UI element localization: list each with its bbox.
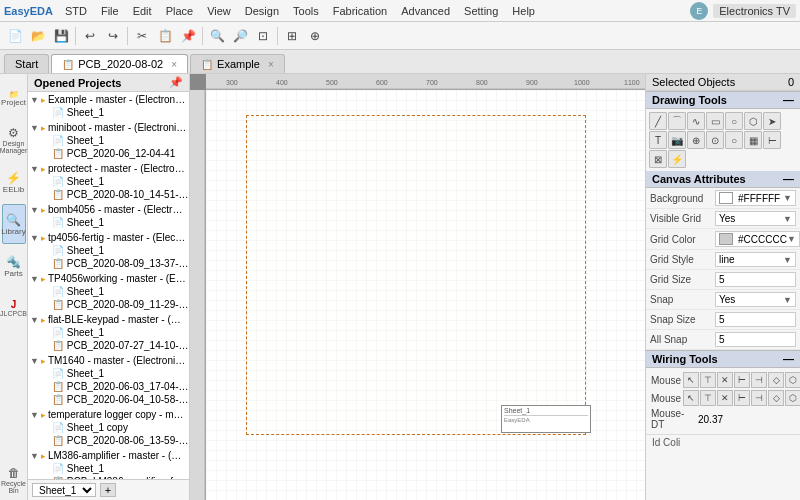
project-tp4056fertig-header[interactable]: ▼ ▸ tp4056-fertig - master - (Electroni.…: [28, 231, 189, 244]
dt-rect-btn[interactable]: ▭: [706, 112, 724, 130]
sheet-select[interactable]: Sheet_1: [32, 483, 96, 497]
wt-btn-x[interactable]: ✕: [717, 372, 733, 388]
dt-extra-btn[interactable]: ⚡: [668, 150, 686, 168]
dt-polygon-btn[interactable]: ⬡: [744, 112, 762, 130]
wt-btn2-trace[interactable]: ⊢: [734, 390, 750, 406]
menu-item-file[interactable]: File: [95, 3, 125, 19]
wt-btn-cursor[interactable]: ↖: [683, 372, 699, 388]
dt-image-btn[interactable]: 📷: [668, 131, 686, 149]
dt-line-btn[interactable]: ╱: [649, 112, 667, 130]
tree-item-lm386-sheet1[interactable]: 📄 Sheet_1: [36, 462, 189, 475]
project-example-header[interactable]: ▼ ▸ Example - master - (Electronics TV): [28, 93, 189, 106]
project-panel-pin-icon[interactable]: 📌: [169, 76, 183, 89]
tab-start[interactable]: Start: [4, 54, 49, 73]
sidebar-item-parts[interactable]: 🔩 Parts: [2, 246, 26, 286]
grid-btn[interactable]: ⊞: [281, 25, 303, 47]
tree-item-templogger-pcb[interactable]: 📋 PCB_2020-08-06_13-59-52: [36, 434, 189, 447]
dt-via-btn[interactable]: ⊙: [706, 131, 724, 149]
sidebar-item-library[interactable]: 🔍 Library: [2, 204, 26, 244]
attr-background-value[interactable]: #FFFFFF ▼: [715, 190, 796, 206]
fit-btn[interactable]: ⊡: [252, 25, 274, 47]
wt-btn2-x[interactable]: ✕: [717, 390, 733, 406]
menu-item-edit[interactable]: Edit: [127, 3, 158, 19]
save-btn[interactable]: 💾: [50, 25, 72, 47]
cut-btn[interactable]: ✂: [131, 25, 153, 47]
menu-item-setting[interactable]: Setting: [458, 3, 504, 19]
tree-item-protectect-pcb[interactable]: 📋 PCB_2020-08-10_14-51-44: [36, 188, 189, 201]
attr-visible-grid-value[interactable]: Yes ▼: [715, 211, 796, 226]
menu-item-help[interactable]: Help: [506, 3, 541, 19]
dt-circle-btn[interactable]: ○: [725, 112, 743, 130]
canvas-white[interactable]: Sheet_1 EasyEDA: [206, 90, 645, 500]
tree-item-flatble-sheet1[interactable]: 📄 Sheet_1: [36, 326, 189, 339]
tab-example[interactable]: 📋 Example ×: [190, 54, 285, 73]
menu-item-design[interactable]: Design: [239, 3, 285, 19]
menu-item-fabrication[interactable]: Fabrication: [327, 3, 393, 19]
paste-btn[interactable]: 📌: [177, 25, 199, 47]
tree-item-miniboot-sheet1[interactable]: 📄 Sheet_1: [36, 134, 189, 147]
tree-item-protectect-sheet1[interactable]: 📄 Sheet_1: [36, 175, 189, 188]
wt-btn2-cursor[interactable]: ↖: [683, 390, 699, 406]
attr-snap-value[interactable]: Yes ▼: [715, 292, 796, 307]
attr-grid-size-value[interactable]: 5: [715, 272, 796, 287]
menu-item-advanced[interactable]: Advanced: [395, 3, 456, 19]
zoom-in-btn[interactable]: 🔍: [206, 25, 228, 47]
tree-item-tp4056working-sheet1[interactable]: 📄 Sheet_1: [36, 285, 189, 298]
tree-item-tp4056fertig-sheet1[interactable]: 📄 Sheet_1: [36, 244, 189, 257]
wt-btn-diamond[interactable]: ◇: [768, 372, 784, 388]
dt-arrow-btn[interactable]: ➤: [763, 112, 781, 130]
tree-item-example-sheet1[interactable]: 📄 Sheet_1: [36, 106, 189, 119]
dt-measure-btn[interactable]: ⊢: [763, 131, 781, 149]
project-flatble-header[interactable]: ▼ ▸ flat-BLE-keypad - master - (Electron…: [28, 313, 189, 326]
dt-text-btn[interactable]: T: [649, 131, 667, 149]
project-lm386-header[interactable]: ▼ ▸ LM386-amplifier - master - (Electron…: [28, 449, 189, 462]
tree-item-tm1640-pcb2[interactable]: 📋 PCB_2020-06-04_10-58-24: [36, 393, 189, 406]
tab-pcb-close[interactable]: ×: [171, 59, 177, 70]
sidebar-item-project[interactable]: 📁 Project: [2, 78, 26, 118]
tree-item-tm1640-sheet1[interactable]: 📄 Sheet_1: [36, 367, 189, 380]
menu-item-std[interactable]: STD: [59, 3, 93, 19]
dt-drc-btn[interactable]: ⊠: [649, 150, 667, 168]
dt-arc-btn[interactable]: ⌒: [668, 112, 686, 130]
tree-item-flatble-pcb[interactable]: 📋 PCB_2020-07-27_14-10-59: [36, 339, 189, 352]
project-tp4056working-header[interactable]: ▼ ▸ TP4056working - master - (Electron..…: [28, 272, 189, 285]
redo-btn[interactable]: ↪: [102, 25, 124, 47]
wt-btn2-trace2[interactable]: ⊣: [751, 390, 767, 406]
project-miniboot-header[interactable]: ▼ ▸ miniboot - master - (Electronics TV): [28, 121, 189, 134]
project-protectect-header[interactable]: ▼ ▸ protectect - master - (Electronic...: [28, 162, 189, 175]
tree-item-miniboot-pcb[interactable]: 📋 PCB_2020-06_12-04-41: [36, 147, 189, 160]
wt-btn-t[interactable]: ⊤: [700, 372, 716, 388]
canvas-area[interactable]: 300 400 500 600 700 800 900 1000 1100 12…: [190, 74, 645, 500]
project-templogger-header[interactable]: ▼ ▸ temperature logger copy - master - (…: [28, 408, 189, 421]
dt-copper-btn[interactable]: ▦: [744, 131, 762, 149]
sidebar-item-recycle-bin[interactable]: 🗑 RecycleBin: [2, 460, 26, 500]
wt-btn-trace2[interactable]: ⊣: [751, 372, 767, 388]
menu-item-tools[interactable]: Tools: [287, 3, 325, 19]
open-btn[interactable]: 📂: [27, 25, 49, 47]
zoom-out-btn[interactable]: 🔎: [229, 25, 251, 47]
undo-btn[interactable]: ↩: [79, 25, 101, 47]
tree-item-templogger-sheet1copy[interactable]: 📄 Sheet_1 copy: [36, 421, 189, 434]
menu-item-view[interactable]: View: [201, 3, 237, 19]
tab-example-close[interactable]: ×: [268, 59, 274, 70]
dt-bezier-btn[interactable]: ∿: [687, 112, 705, 130]
tree-item-tp4056fertig-pcb[interactable]: 📋 PCB_2020-08-09_13-37-26: [36, 257, 189, 270]
drawing-tools-collapse-icon[interactable]: —: [783, 94, 794, 106]
sidebar-item-design-manager[interactable]: ⚙ DesignManager: [2, 120, 26, 160]
tab-pcb[interactable]: 📋 PCB_2020-08-02 ×: [51, 54, 188, 73]
attr-all-snap-value[interactable]: 5: [715, 332, 796, 347]
sidebar-item-eelib[interactable]: ⚡ EELib: [2, 162, 26, 202]
add-sheet-btn[interactable]: +: [100, 483, 116, 497]
new-btn[interactable]: 📄: [4, 25, 26, 47]
tree-item-bomb4056-sheet1[interactable]: 📄 Sheet_1: [36, 216, 189, 229]
dt-pad-btn[interactable]: ⊕: [687, 131, 705, 149]
attr-snap-size-value[interactable]: 5: [715, 312, 796, 327]
dt-hole-btn[interactable]: ○: [725, 131, 743, 149]
wt-btn2-diamond[interactable]: ◇: [768, 390, 784, 406]
snap-btn[interactable]: ⊕: [304, 25, 326, 47]
canvas-attr-collapse-icon[interactable]: —: [783, 173, 794, 185]
project-bomb4056-header[interactable]: ▼ ▸ bomb4056 - master - (Electronics...: [28, 203, 189, 216]
wt-btn2-t[interactable]: ⊤: [700, 390, 716, 406]
copy-btn[interactable]: 📋: [154, 25, 176, 47]
sidebar-item-jlcpcb[interactable]: J JLCPCB: [2, 288, 26, 328]
